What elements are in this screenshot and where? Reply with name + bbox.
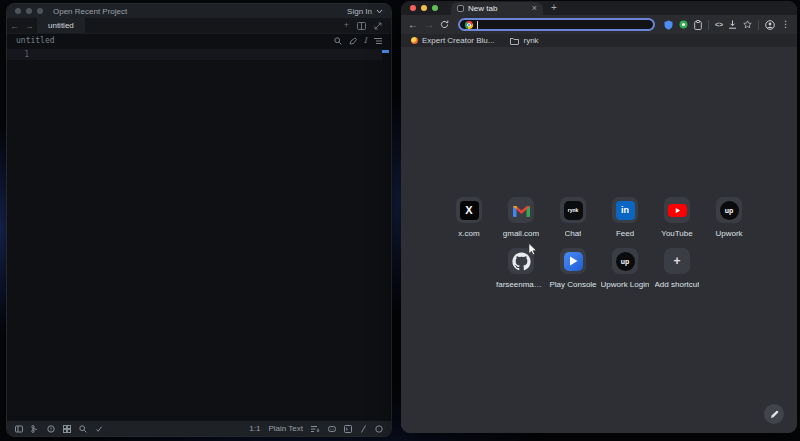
star-extension-icon[interactable] <box>743 20 752 29</box>
customize-chrome-button[interactable] <box>764 404 784 424</box>
history-forward-button[interactable]: → <box>22 18 37 33</box>
search-panel-icon[interactable] <box>79 425 87 433</box>
shortcut-upwork[interactable]: up Upwork <box>703 197 755 238</box>
shortcut-chat[interactable]: rynk Chat <box>547 197 599 238</box>
editor-window-controls <box>15 8 43 14</box>
inline-assist-icon[interactable] <box>349 37 357 45</box>
assistant-slash-icon[interactable] <box>360 425 367 433</box>
editor-status-bar: 1:1 Plain Text <box>7 420 391 436</box>
buffer-search-icon[interactable] <box>334 37 342 45</box>
shortcut-label: gmail.com <box>503 229 539 238</box>
notification-bell-icon[interactable] <box>375 425 383 433</box>
history-back-button[interactable]: ← <box>7 18 22 33</box>
browser-window: New tab × + ← → < > ⋮ <box>401 1 797 433</box>
shortcut-label: YouTube <box>661 229 692 238</box>
play-console-logo-icon <box>564 252 583 271</box>
browser-tab-strip: New tab × + <box>401 1 797 15</box>
editor-tab-untitled[interactable]: untitled <box>37 18 85 33</box>
split-pane-icon[interactable] <box>357 22 366 30</box>
bookmark-folder-label: rynk <box>523 36 538 45</box>
zoom-window-button[interactable] <box>432 5 438 11</box>
zoom-window-button[interactable] <box>37 8 43 14</box>
status-bar-right: 1:1 Plain Text <box>249 424 383 433</box>
browser-menu-icon[interactable]: ⋮ <box>781 20 790 29</box>
tab-close-icon[interactable]: × <box>532 4 537 13</box>
code-extension-icon[interactable]: < > <box>715 21 722 28</box>
shortcut-label: Upwork Login <box>601 280 650 289</box>
language-selector[interactable]: Plain Text <box>268 424 303 433</box>
editor-window-title: Open Recent Project <box>53 7 127 16</box>
editor-tab-label: untitled <box>48 21 74 30</box>
tab-title: New tab <box>468 4 528 13</box>
line-number-gutter: 1 <box>7 49 41 60</box>
reload-icon[interactable] <box>440 20 449 29</box>
browser-forward-button[interactable]: → <box>424 20 434 30</box>
minimize-window-button[interactable] <box>26 8 32 14</box>
shortcut-play-console[interactable]: Play Console <box>547 248 599 289</box>
close-window-button[interactable] <box>15 8 21 14</box>
browser-tab-new-tab[interactable]: New tab × <box>451 2 543 15</box>
new-tab-button[interactable]: + <box>551 3 557 13</box>
scrollbar-cursor-marker <box>382 50 389 53</box>
new-file-button[interactable]: + <box>344 21 349 30</box>
bookmarks-bar: Expert Creator Blu... rynk <box>401 34 797 47</box>
search-engine-icon <box>465 21 473 29</box>
shortcut-x-com[interactable]: X x.com <box>443 197 495 238</box>
downloads-icon[interactable] <box>728 20 737 29</box>
mouse-cursor <box>528 243 537 256</box>
bookmark-label: Expert Creator Blu... <box>422 36 494 45</box>
check-icon[interactable] <box>95 425 103 433</box>
plus-icon: + <box>673 255 680 267</box>
terminal-panel-icon[interactable] <box>344 425 352 433</box>
editor-quick-actions: I <box>334 36 382 45</box>
shortcut-label: Upwork <box>715 229 742 238</box>
toolbar-separator <box>758 20 759 30</box>
shortcut-upwork-login[interactable]: up Upwork Login <box>599 248 651 289</box>
breadcrumb[interactable]: untitled <box>16 36 55 45</box>
youtube-logo-icon <box>668 204 687 217</box>
add-shortcut-button[interactable]: + Add shortcut <box>651 248 703 289</box>
shortcut-label: Feed <box>616 229 634 238</box>
minimize-window-button[interactable] <box>421 5 427 11</box>
bookmark-expert-creator[interactable]: Expert Creator Blu... <box>411 36 494 45</box>
gmail-logo-icon <box>513 204 530 217</box>
sign-in-label: Sign In <box>347 7 372 16</box>
browser-back-button[interactable]: ← <box>408 20 418 30</box>
shield-extension-icon[interactable] <box>664 20 673 30</box>
editor-tab-bar: ← → untitled + <box>7 18 391 33</box>
maximize-pane-icon[interactable] <box>374 22 382 30</box>
bookmark-folder-rynk[interactable]: rynk <box>510 36 538 45</box>
copilot-icon[interactable] <box>328 425 336 433</box>
shortcut-label: x.com <box>458 229 479 238</box>
git-branch-icon[interactable] <box>31 425 39 433</box>
shortcut-youtube[interactable]: YouTube <box>651 197 703 238</box>
editor-titlebar: Open Recent Project Sign In <box>7 4 391 18</box>
address-bar[interactable] <box>458 18 655 31</box>
new-tab-page: X x.com gmail.com rynk <box>401 47 797 433</box>
clipboard-extension-icon[interactable] <box>694 20 702 30</box>
close-window-button[interactable] <box>410 5 416 11</box>
shortcut-label: Chat <box>565 229 582 238</box>
editor-breadcrumb-bar: untitled I <box>7 33 391 47</box>
shortcuts-row-2: farseenmanek... Play Console up Upwork L… <box>401 248 797 289</box>
extensions-panel-icon[interactable] <box>63 425 71 433</box>
browser-window-controls <box>410 5 438 11</box>
project-panel-icon[interactable] <box>15 425 23 433</box>
shortcut-gmail[interactable]: gmail.com <box>495 197 547 238</box>
profile-avatar-icon[interactable] <box>765 20 775 30</box>
outline-panel-icon[interactable] <box>374 37 382 45</box>
shortcut-feed[interactable]: in Feed <box>599 197 651 238</box>
cursor-position[interactable]: 1:1 <box>249 424 260 433</box>
sign-in-button[interactable]: Sign In <box>347 7 383 16</box>
linkedin-logo-icon: in <box>616 201 635 220</box>
browser-toolbar: ← → < > ⋮ <box>401 15 797 34</box>
text-cursor-icon[interactable]: I <box>364 36 367 45</box>
text-caret <box>477 21 478 29</box>
tab-bar-actions: + <box>335 18 391 33</box>
shortcut-github[interactable]: farseenmanek... <box>495 248 547 289</box>
diagnostics-icon[interactable] <box>47 425 55 433</box>
editor-content-area[interactable]: 1 <box>7 47 391 420</box>
sort-lines-icon[interactable] <box>311 425 320 433</box>
green-circle-extension-icon[interactable] <box>679 20 688 29</box>
bookmark-favicon <box>411 37 418 44</box>
